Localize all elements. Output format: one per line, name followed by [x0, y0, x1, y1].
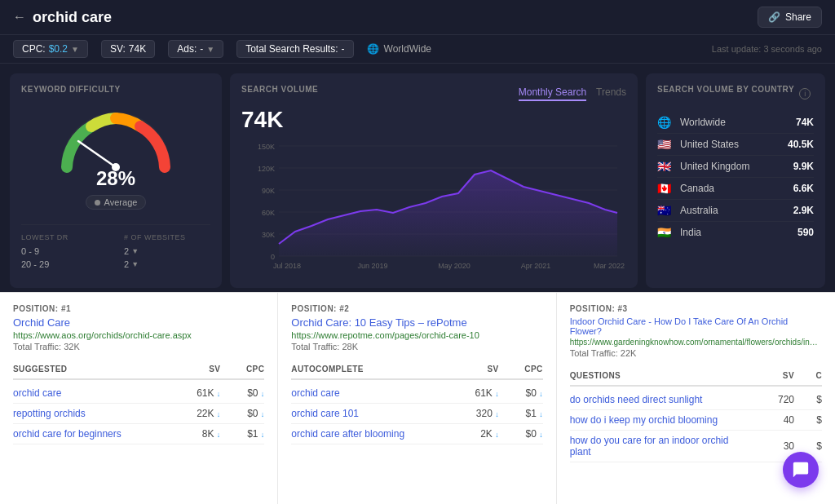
- questions-kw-1[interactable]: do orchids need direct sunlight: [570, 394, 750, 405]
- suggested-kw-2[interactable]: repotting orchids: [13, 408, 176, 419]
- worldwide-label: WorldWide: [384, 43, 431, 55]
- web-row-1: 2 ▼: [124, 246, 210, 256]
- svg-text:60K: 60K: [262, 209, 275, 217]
- cpc-badge[interactable]: CPC: $0.2 ▼: [13, 40, 88, 58]
- autocomplete-cpc-2: $1 ↓: [502, 408, 543, 419]
- svg-text:150K: 150K: [258, 143, 275, 151]
- avg-label: Average: [104, 197, 138, 207]
- suggested-row-1: orchid care 61K ↓ $0 ↓: [13, 383, 264, 404]
- country-row-uk: 🇬🇧 United Kingdom 9.9K: [657, 156, 814, 178]
- questions-table: QUESTIONS SV C do orchids need direct su…: [570, 366, 822, 462]
- flag-uk: 🇬🇧: [657, 160, 674, 173]
- svg-text:90K: 90K: [262, 187, 275, 195]
- autocomplete-kw-3[interactable]: orchid care after blooming: [291, 428, 454, 440]
- value-worldwide: 74K: [796, 117, 814, 128]
- position-2-label: POSITION: #2: [291, 304, 542, 313]
- position-3-traffic: Total Traffic: 22K: [570, 348, 822, 358]
- autocomplete-row-3: orchid care after blooming 2K ↓ $0 ↓: [291, 424, 542, 444]
- average-badge: Average: [86, 195, 147, 210]
- web-count-1: 2 ▼: [124, 246, 139, 256]
- bottom-col-2: POSITION: #2 Orchid Care: 10 Easy Tips –…: [278, 293, 556, 504]
- autocomplete-title: AUTOCOMPLETE: [291, 365, 454, 374]
- flag-worldwide: 🌐: [657, 116, 674, 129]
- value-us: 40.5K: [788, 139, 814, 150]
- suggested-cpc-1: $0 ↓: [223, 387, 264, 399]
- sv-big-value: 74K: [241, 107, 626, 133]
- info-icon: i: [799, 88, 811, 99]
- dr-range-2: 20 - 29: [21, 259, 49, 269]
- flag-ca: 🇨🇦: [657, 182, 674, 195]
- suggested-sv-3: 8K ↓: [179, 428, 220, 440]
- autocomplete-sv-3: 2K ↓: [458, 428, 499, 440]
- suggested-kw-1[interactable]: orchid care: [13, 387, 176, 399]
- svg-text:Apr 2021: Apr 2021: [521, 262, 551, 270]
- ads-badge[interactable]: Ads: - ▼: [168, 40, 223, 58]
- questions-kw-2[interactable]: how do i keep my orchid blooming: [570, 414, 750, 426]
- autocomplete-kw-2[interactable]: orchid care 101: [291, 408, 454, 419]
- svg-text:Jul 2018: Jul 2018: [273, 262, 301, 270]
- tab-monthly-search[interactable]: Monthly Search: [519, 86, 586, 101]
- main-content: KEYWORD DIFFICULTY 28% Average: [0, 64, 835, 292]
- suggested-kw-3[interactable]: orchid care for beginners: [13, 428, 176, 440]
- position-2-url: https://www.repotme.com/pages/orchid-car…: [291, 330, 542, 340]
- dr-row-1: 0 - 9: [21, 246, 108, 256]
- worldwide-badge[interactable]: 🌐 WorldWide: [367, 43, 431, 55]
- sv-badge[interactable]: SV: 74K: [101, 40, 155, 58]
- country-row-ca: 🇨🇦 Canada 6.6K: [657, 178, 814, 200]
- share-label: Share: [785, 11, 811, 23]
- name-uk: United Kingdom: [680, 161, 787, 172]
- sv-header: SEARCH VOLUME Monthly Search Trends: [241, 85, 626, 102]
- flag-au: 🇦🇺: [657, 204, 674, 217]
- svg-text:Jun 2019: Jun 2019: [357, 262, 387, 270]
- suggested-row-2: repotting orchids 22K ↓ $0 ↓: [13, 404, 264, 424]
- name-worldwide: Worldwide: [680, 117, 789, 128]
- autocomplete-kw-1[interactable]: orchid care: [291, 387, 454, 399]
- lowest-dr-col: LOWEST DR 0 - 9 20 - 29: [21, 233, 108, 272]
- questions-c-3: $: [797, 440, 822, 452]
- last-update: Last update: 3 seconds ago: [712, 44, 822, 54]
- ads-label: Ads:: [177, 43, 197, 55]
- share-button[interactable]: 🔗 Share: [758, 7, 822, 28]
- questions-c-1: $: [797, 394, 822, 405]
- autocomplete-table: AUTOCOMPLETE SV CPC orchid care 61K ↓ $0…: [291, 360, 542, 444]
- sv-tabs: Monthly Search Trends: [519, 86, 626, 101]
- questions-title: QUESTIONS: [570, 371, 750, 380]
- autocomplete-row-1: orchid care 61K ↓ $0 ↓: [291, 383, 542, 404]
- suggested-header: SUGGESTED SV CPC: [13, 360, 264, 380]
- questions-kw-3[interactable]: how do you care for an indoor orchid pla…: [570, 435, 750, 458]
- dr-row-2: 20 - 29: [21, 259, 108, 269]
- back-button[interactable]: ←: [13, 10, 26, 24]
- questions-sv-1: 720: [753, 394, 794, 405]
- position-3-link[interactable]: Indoor Orchid Care - How Do I Take Care …: [570, 316, 822, 336]
- gauge-container: 28% Average: [21, 102, 210, 210]
- questions-row-1: do orchids need direct sunlight 720 $: [570, 390, 822, 410]
- websites-label: # OF WEBSITES: [124, 233, 210, 241]
- chat-icon: [792, 461, 810, 479]
- position-1-link[interactable]: Orchid Care: [13, 316, 264, 329]
- sv-label: SV:: [110, 43, 126, 55]
- questions-c-label: C: [797, 371, 822, 380]
- kd-stats: LOWEST DR 0 - 9 20 - 29 # OF WEBSITES 2 …: [21, 224, 210, 272]
- value-au: 2.9K: [793, 205, 814, 216]
- svg-text:120K: 120K: [258, 165, 275, 173]
- web-count-2: 2 ▼: [124, 259, 139, 269]
- suggested-title: SUGGESTED: [13, 365, 176, 374]
- suggested-row-3: orchid care for beginners 8K ↓ $1 ↓: [13, 424, 264, 444]
- country-title-row: SEARCH VOLUME BY COUNTRY i: [657, 85, 814, 102]
- name-in: India: [680, 227, 791, 238]
- name-ca: Canada: [680, 183, 787, 194]
- tab-trends[interactable]: Trends: [596, 86, 626, 101]
- page-title: orchid care: [33, 9, 112, 26]
- total-value: -: [342, 43, 345, 55]
- sv-title: SEARCH VOLUME: [241, 85, 318, 94]
- flag-in: 🇮🇳: [657, 226, 674, 239]
- gauge-value: 28%: [96, 167, 135, 190]
- position-3-label: POSITION: #3: [570, 304, 822, 313]
- country-list: 🌐 Worldwide 74K 🇺🇸 United States 40.5K 🇬…: [657, 112, 814, 243]
- position-2-link[interactable]: Orchid Care: 10 Easy Tips – rePotme: [291, 316, 542, 329]
- sv-value: 74K: [129, 43, 146, 55]
- bottom-col-1: POSITION: #1 Orchid Care https://www.aos…: [0, 293, 278, 504]
- chat-button[interactable]: [783, 452, 819, 488]
- questions-sv-label: SV: [753, 371, 794, 380]
- autocomplete-row-2: orchid care 101 320 ↓ $1 ↓: [291, 404, 542, 424]
